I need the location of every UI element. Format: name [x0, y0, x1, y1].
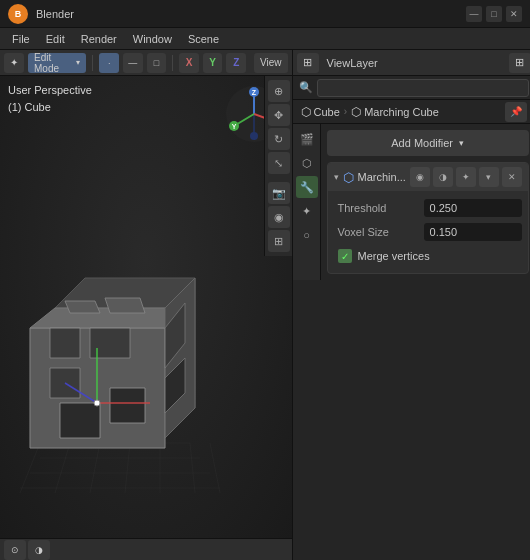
vertex-select-btn[interactable]: · — [99, 53, 119, 73]
props-settings-btn[interactable]: ⊞ — [509, 53, 530, 73]
modifier-body: Threshold 0.250 Voxel Size 0.150 — [328, 191, 528, 273]
mode-icon-btn[interactable]: ✦ — [4, 53, 24, 73]
viewport-shading-btn[interactable]: ◑ — [28, 540, 50, 560]
modifier-delete-btn[interactable]: ✕ — [502, 167, 522, 187]
window-title: Blender — [36, 8, 466, 20]
breadcrumb-object-label[interactable]: Cube — [314, 106, 340, 118]
blender-logo: B — [8, 4, 28, 24]
menubar: File Edit Render Window Scene — [0, 28, 530, 50]
svg-line-4 — [20, 443, 40, 493]
add-modifier-label: Add Modifier — [391, 137, 453, 149]
separator-2 — [172, 55, 173, 71]
prop-icon-scene[interactable]: 🎬 — [296, 128, 318, 150]
add-modifier-arrow: ▾ — [459, 138, 464, 148]
menu-file[interactable]: File — [4, 31, 38, 47]
properties-content: Add Modifier ▾ ▾ ⬡ Marchin... ◉ ◑ — [321, 124, 530, 280]
grid-btn[interactable]: ⊞ — [268, 230, 290, 252]
viewport-panel: ✦ Edit Mode ▾ · — □ X Y Z View — [0, 50, 293, 560]
scale-tool-btn[interactable]: ⤡ — [268, 152, 290, 174]
properties-side: 🎬 ⬡ 🔧 ✦ ○ Add Modifier ▾ ▾ ⬡ M — [293, 124, 530, 280]
modifier-viewport-btn[interactable]: ◑ — [433, 167, 453, 187]
properties-panel: ⊞ ViewLayer ⊞ 🔍 ⬡ Cube › ⬡ Marching Cube… — [293, 50, 530, 560]
viewport-side-toolbar: ⊕ ✥ ↻ ⤡ 📷 ◉ ⊞ — [264, 76, 292, 256]
mode-arrow-icon: ▾ — [76, 58, 80, 67]
svg-marker-24 — [105, 298, 145, 313]
svg-point-35 — [250, 132, 258, 140]
modifier-type-icon: ⬡ — [343, 170, 354, 185]
menu-edit[interactable]: Edit — [38, 31, 73, 47]
y-axis-btn[interactable]: Y — [203, 53, 223, 73]
voxel-size-row: Voxel Size 0.150 — [334, 221, 522, 243]
modifier-card: ▾ ⬡ Marchin... ◉ ◑ ✦ ▾ — [327, 162, 529, 274]
edit-mode-label: Edit Mode — [34, 52, 73, 74]
menu-window[interactable]: Window — [125, 31, 180, 47]
search-input[interactable] — [317, 79, 529, 97]
svg-marker-19 — [60, 403, 100, 438]
viewport-bottom-toolbar: ⊙ ◑ — [0, 538, 292, 560]
edge-select-btn[interactable]: — — [123, 53, 143, 73]
svg-point-29 — [94, 400, 100, 406]
threshold-label: Threshold — [334, 202, 424, 214]
face-select-btn[interactable]: □ — [147, 53, 167, 73]
svg-line-5 — [55, 443, 70, 493]
voxel-label: Voxel Size — [334, 226, 424, 238]
svg-marker-16 — [50, 328, 80, 358]
breadcrumb-modifier-label[interactable]: Marching Cube — [364, 106, 439, 118]
viewport-header: ✦ Edit Mode ▾ · — □ X Y Z View — [0, 50, 292, 76]
modifier-name: Marchin... — [358, 171, 406, 183]
rotate-tool-btn[interactable]: ↻ — [268, 128, 290, 150]
prop-icon-particles[interactable]: ✦ — [296, 200, 318, 222]
separator-1 — [92, 55, 93, 71]
svg-marker-17 — [90, 328, 130, 358]
move-tool-btn[interactable]: ✥ — [268, 104, 290, 126]
threshold-value-field[interactable]: 0.250 — [424, 199, 522, 217]
properties-header: ⊞ ViewLayer ⊞ — [293, 50, 530, 76]
view-menu-btn[interactable]: View — [254, 53, 288, 73]
breadcrumb-object-icon: ⬡ — [301, 105, 311, 119]
close-button[interactable]: ✕ — [506, 6, 522, 22]
svg-line-9 — [190, 443, 195, 493]
merge-vertices-label: Merge vertices — [358, 250, 430, 262]
render-btn[interactable]: ◉ — [268, 206, 290, 228]
merge-vertices-row: ✓ Merge vertices — [334, 245, 522, 267]
main-layout: ✦ Edit Mode ▾ · — □ X Y Z View — [0, 50, 530, 560]
prop-icon-physics[interactable]: ○ — [296, 224, 318, 246]
modifier-render-btn[interactable]: ◉ — [410, 167, 430, 187]
modifier-controls: ◉ ◑ ✦ ▾ ✕ — [410, 167, 522, 187]
camera-view-btn[interactable]: 📷 — [268, 182, 290, 204]
svg-line-7 — [125, 443, 130, 493]
menu-render[interactable]: Render — [73, 31, 125, 47]
svg-line-10 — [210, 443, 220, 493]
modifier-collapse-arrow[interactable]: ▾ — [334, 172, 339, 182]
add-modifier-button[interactable]: Add Modifier ▾ — [327, 130, 529, 156]
viewport-canvas[interactable]: User Perspective (1) Cube Z X — [0, 76, 292, 538]
breadcrumb-object: ⬡ Cube — [301, 105, 340, 119]
cursor-tool-btn[interactable]: ⊕ — [268, 80, 290, 102]
pin-icon[interactable]: 📌 — [505, 102, 527, 122]
x-axis-btn[interactable]: X — [179, 53, 199, 73]
edit-mode-dropdown[interactable]: Edit Mode ▾ — [28, 53, 86, 73]
prop-icon-modifier[interactable]: 🔧 — [296, 176, 318, 198]
properties-search: 🔍 — [293, 76, 530, 100]
modifier-header: ▾ ⬡ Marchin... ◉ ◑ ✦ ▾ — [328, 163, 528, 191]
svg-marker-20 — [110, 388, 145, 423]
props-header-icon-btn[interactable]: ⊞ — [297, 53, 319, 73]
breadcrumb-separator: › — [344, 106, 347, 117]
breadcrumb: ⬡ Cube › ⬡ Marching Cube 📌 — [293, 100, 530, 124]
voxel-value: 0.150 — [430, 226, 458, 238]
maximize-button[interactable]: □ — [486, 6, 502, 22]
viewport-overlay-btn[interactable]: ⊙ — [4, 540, 26, 560]
search-icon: 🔍 — [299, 81, 313, 94]
menu-scene[interactable]: Scene — [180, 31, 227, 47]
modifier-more-btn[interactable]: ▾ — [479, 167, 499, 187]
z-axis-btn[interactable]: Z — [226, 53, 246, 73]
window-controls: — □ ✕ — [466, 6, 522, 22]
svg-text:Y: Y — [231, 123, 236, 130]
modifier-edit-btn[interactable]: ✦ — [456, 167, 476, 187]
merge-vertices-checkbox[interactable]: ✓ — [338, 249, 352, 263]
prop-icon-object[interactable]: ⬡ — [296, 152, 318, 174]
properties-icon-nav: 🎬 ⬡ 🔧 ✦ ○ — [293, 124, 321, 280]
minimize-button[interactable]: — — [466, 6, 482, 22]
threshold-value: 0.250 — [430, 202, 458, 214]
voxel-value-field[interactable]: 0.150 — [424, 223, 522, 241]
